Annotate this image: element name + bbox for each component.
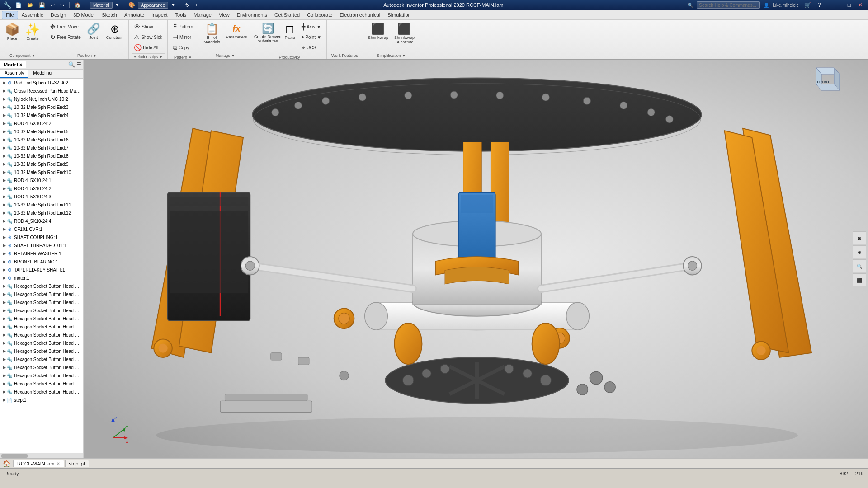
- pattern-dropdown-arrow[interactable]: ▼: [188, 56, 192, 60]
- tree-item-hex-screw-3[interactable]: ▶ 🔩 Hexagon Socket Button Head Cap Scre: [0, 298, 83, 306]
- model-tab[interactable]: Model ×: [0, 61, 26, 68]
- tree-item-rod-4-5x10-4[interactable]: ▶ 🔩 ROD 4_5X10-24:4: [0, 217, 83, 225]
- modeling-subtab[interactable]: Modeling: [28, 70, 56, 78]
- tree-item-bronze-bearing[interactable]: ▶ ⚙ BRONZE BEARING:1: [0, 258, 83, 266]
- point-dropdown[interactable]: ▼: [317, 35, 321, 40]
- tree-item-tapered-key[interactable]: ▶ ⚙ TAPERED-KEY SHAFT:1: [0, 266, 83, 274]
- tree-container[interactable]: ▶ ⚙ Rod End Sphere10-32_A:2 ▶ 🔩 Cross Re…: [0, 79, 83, 453]
- tree-item-retainer-washer[interactable]: ▶ ⚙ RETAINER WASHER:1: [0, 249, 83, 258]
- menu-environments[interactable]: Environments: [233, 11, 271, 19]
- view-ctrl-1[interactable]: ⊞: [853, 232, 866, 244]
- menu-simulation[interactable]: Simulation: [384, 11, 414, 19]
- qa-open-btn[interactable]: 📂: [26, 2, 35, 9]
- tree-item-rod-end-11[interactable]: ▶ 🔩 10-32 Male Sph Rod End:11: [0, 201, 83, 209]
- material-dropdown[interactable]: Material: [90, 2, 113, 9]
- tab-rccf-close[interactable]: ✕: [57, 461, 60, 466]
- menu-view[interactable]: View: [215, 11, 233, 19]
- menu-getstarted[interactable]: Get Started: [271, 11, 303, 19]
- tree-item-step[interactable]: ▶ 📄 step:1: [0, 396, 83, 404]
- ribbon-freerotate-btn[interactable]: ↻ Free Rotate: [48, 32, 83, 42]
- qa-undo-btn[interactable]: ↩: [49, 2, 56, 9]
- view-cube[interactable]: FRONT: [807, 64, 843, 100]
- relationships-dropdown-arrow[interactable]: ▼: [159, 55, 163, 59]
- menu-assemble[interactable]: Assemble: [18, 11, 47, 19]
- tab-step[interactable]: step.ipt: [65, 460, 89, 467]
- material-arrow[interactable]: ▼: [115, 3, 119, 7]
- tree-item-hex-screw-11[interactable]: ▶ 🔩 Hexagon Socket Button Head Cap Scre: [0, 363, 83, 371]
- tree-item-cf101[interactable]: ▶ ⚙ CF101-CVR:1: [0, 225, 83, 233]
- tree-item-hex-screw-8[interactable]: ▶ 🔩 Hexagon Socket Button Head Cap Scre: [0, 339, 83, 347]
- left-scrollbar[interactable]: [0, 453, 83, 458]
- tab-rccf-main[interactable]: RCCF-MAIN.iam ✕: [13, 460, 64, 467]
- manage-dropdown-arrow[interactable]: ▼: [231, 54, 235, 58]
- menu-tree-icon[interactable]: ☰: [76, 61, 81, 68]
- tree-item-hex-screw-5[interactable]: ▶ 🔩 Hexagon Socket Button Head Cap Scre: [0, 314, 83, 323]
- ribbon-pattern-btn[interactable]: ⠿ Pattern: [170, 22, 195, 32]
- scroll-thumb[interactable]: [1, 454, 28, 458]
- tree-item-hex-screw-12[interactable]: ▶ 🔩 Hexagon Socket Button Head Cap Scre: [0, 371, 83, 380]
- ribbon-hideall-btn[interactable]: 🚫 Hide All: [132, 42, 165, 52]
- menu-collaborate[interactable]: Collaborate: [303, 11, 336, 19]
- tree-item-rod-4-5x10-1[interactable]: ▶ 🔩 ROD 4_5X10-24:1: [0, 176, 83, 184]
- tree-item-rod-end-10[interactable]: ▶ 🔩 10-32 Male Sph Rod End:10: [0, 168, 83, 176]
- search-help-input[interactable]: [697, 1, 760, 9]
- qa-plus-btn[interactable]: +: [193, 2, 199, 8]
- ribbon-mirror-btn[interactable]: ⊣ Mirror: [170, 32, 195, 42]
- tree-item-motor[interactable]: ▶ ⚙ motor:1: [0, 274, 83, 282]
- view-ctrl-4[interactable]: ⬛: [853, 274, 866, 286]
- tree-item-rod-end-6[interactable]: ▶ 🔩 10-32 Male Sph Rod End:6: [0, 136, 83, 144]
- tree-item-hex-screw-4[interactable]: ▶ 🔩 Hexagon Socket Button Head Cap Scre: [0, 306, 83, 314]
- tree-item-hex-screw-14[interactable]: ▶ 🔩 Hexagon Socket Button Head Cap Scre: [0, 388, 83, 396]
- ribbon-freemove-btn[interactable]: ✥ Free Move: [48, 22, 83, 32]
- axis-dropdown[interactable]: ▼: [316, 24, 321, 29]
- tree-item-hex-screw-1[interactable]: ▶ 🔩 Hexagon Socket Button Head Cap Scre: [0, 282, 83, 290]
- ribbon-bom-btn[interactable]: 📋 Bill ofMaterials: [201, 22, 222, 46]
- qa-new-btn[interactable]: 📄: [14, 2, 23, 9]
- assembly-subtab[interactable]: Assembly: [0, 70, 28, 78]
- menu-file[interactable]: File: [2, 11, 18, 19]
- view-ctrl-3[interactable]: 🔍: [853, 260, 866, 272]
- tree-item-rod-4-5x10-2[interactable]: ▶ 🔩 ROD 4_5X10-24:2: [0, 184, 83, 192]
- menu-sketch[interactable]: Sketch: [98, 11, 121, 19]
- tree-item-nylock[interactable]: ▶ 🔩 Nylock Nut, Inch UNC 10:2: [0, 95, 83, 103]
- search-tree-icon[interactable]: 🔍: [68, 61, 75, 68]
- tree-item-rod-end-12[interactable]: ▶ 🔩 10-32 Male Sph Rod End:12: [0, 209, 83, 217]
- ribbon-parameters-btn[interactable]: fx Parameters: [224, 22, 250, 41]
- minimize-btn[interactable]: ─: [835, 2, 842, 8]
- tree-item-hex-screw-10[interactable]: ▶ 🔩 Hexagon Socket Button Head Cap Scre: [0, 355, 83, 363]
- ribbon-point-btn[interactable]: • Point ▼: [299, 32, 324, 42]
- tree-item-rod-end-3[interactable]: ▶ 🔩 10-32 Male Sph Rod End:3: [0, 103, 83, 111]
- ribbon-showsick-btn[interactable]: ⚠ Show Sick: [132, 32, 165, 42]
- menu-electromechanical[interactable]: Electromechanical: [336, 11, 384, 19]
- ribbon-create-btn[interactable]: ✨ Create: [23, 22, 42, 42]
- qa-formula-btn[interactable]: fx: [184, 2, 191, 8]
- tree-item-hex-screw-13[interactable]: ▶ 🔩 Hexagon Socket Button Head Cap Scre: [0, 380, 83, 388]
- tree-item-rod-end-4[interactable]: ▶ 🔩 10-32 Male Sph Rod End:4: [0, 111, 83, 119]
- tree-item-shaft-coupling[interactable]: ▶ ⚙ SHAFT COUPLING:1: [0, 233, 83, 241]
- appearance-dropdown[interactable]: Appearance: [138, 2, 169, 9]
- maximize-btn[interactable]: □: [846, 2, 853, 8]
- ribbon-axis-btn[interactable]: ╋ Axis ▼: [299, 22, 324, 32]
- cart-btn[interactable]: 🛒: [802, 2, 813, 8]
- menu-inspect[interactable]: Inspect: [148, 11, 171, 19]
- qa-home-btn[interactable]: 🏠: [73, 2, 82, 9]
- ribbon-constrain-btn[interactable]: ⊕ Constrain: [104, 22, 126, 42]
- ribbon-shrinkwrap-btn[interactable]: ⬛ Shrinkwrap: [366, 22, 391, 42]
- help-btn[interactable]: ?: [816, 2, 823, 8]
- menu-3dmodel[interactable]: 3D Model: [70, 11, 98, 19]
- close-btn[interactable]: ✕: [856, 2, 864, 8]
- tree-item-hex-screw-7[interactable]: ▶ 🔩 Hexagon Socket Button Head Cap Scre: [0, 331, 83, 339]
- ribbon-copy-btn[interactable]: ⧉ Copy: [170, 42, 195, 53]
- simplification-dropdown-arrow[interactable]: ▼: [402, 54, 406, 58]
- ribbon-joint-btn[interactable]: 🔗 Joint: [85, 22, 103, 42]
- menu-tools[interactable]: Tools: [171, 11, 190, 19]
- tree-item-rod-4-6x10[interactable]: ▶ 🔩 ROD 4_6X10-24:2: [0, 119, 83, 127]
- tree-item-rod-end-7[interactable]: ▶ 🔩 10-32 Male Sph Rod End:7: [0, 144, 83, 152]
- tree-item-rod-end-sphere[interactable]: ▶ ⚙ Rod End Sphere10-32_A:2: [0, 79, 83, 87]
- tree-item-hex-screw-9[interactable]: ▶ 🔩 Hexagon Socket Button Head Cap Scre: [0, 347, 83, 355]
- ribbon-derivedsubst-btn[interactable]: 🔄 Create DerivedSubstitutes: [255, 22, 280, 45]
- appearance-arrow[interactable]: ▼: [171, 3, 175, 7]
- tree-item-rod-end-8[interactable]: ▶ 🔩 10-32 Male Sph Rod End:8: [0, 152, 83, 160]
- ribbon-shrinkwrapsubst-btn[interactable]: ⬛ ShrinkwrapSubstitute: [392, 22, 417, 46]
- view-ctrl-2[interactable]: ⊕: [853, 246, 866, 258]
